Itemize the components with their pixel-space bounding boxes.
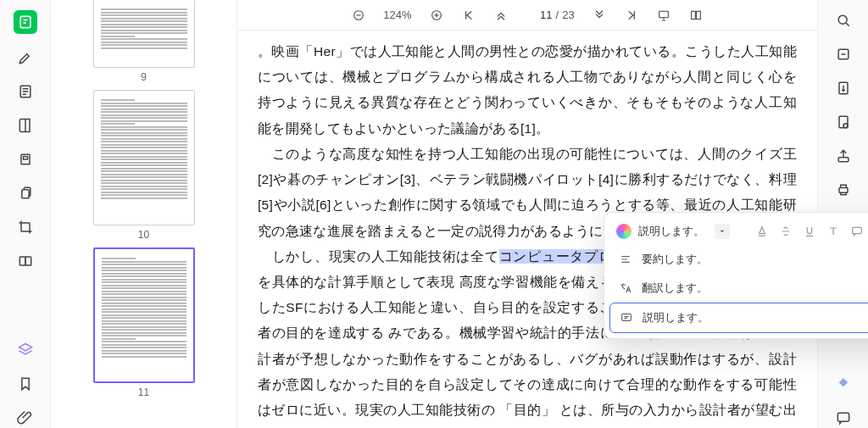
paragraph: 。映画「Her」では人工知能と人間の男性との恋愛が描かれている。こうした人工知能… (258, 39, 797, 142)
thumb-label: 9 (93, 71, 195, 83)
app-logo-icon[interactable] (14, 10, 37, 34)
copy-icon[interactable] (15, 183, 36, 203)
ocr-icon[interactable] (833, 44, 854, 64)
app-root: 9 10 11 124% / 23 (0, 0, 868, 428)
svg-rect-10 (691, 11, 695, 19)
explain-icon (619, 310, 634, 325)
convert-icon[interactable] (833, 78, 854, 98)
book-icon[interactable] (15, 115, 36, 136)
note-icon[interactable] (15, 81, 36, 102)
popup-header: 説明します。 (609, 218, 868, 245)
thumbnail-10[interactable]: 10 (93, 90, 195, 241)
attachment-icon[interactable] (15, 408, 36, 428)
underline-icon[interactable] (801, 223, 818, 240)
page-indicator: / 23 (526, 8, 575, 21)
zoom-level[interactable]: 124% (383, 8, 411, 21)
translate-icon (618, 281, 633, 296)
text-color-icon[interactable] (754, 223, 771, 240)
summarize-icon (618, 252, 633, 267)
popup-title: 説明します。 (638, 224, 704, 239)
svg-rect-23 (838, 158, 849, 162)
bookmark-icon[interactable] (15, 374, 36, 394)
thumbnail-11[interactable]: 11 (93, 247, 195, 398)
svg-rect-3 (23, 157, 27, 159)
presentation-icon[interactable] (656, 8, 671, 23)
svg-rect-9 (659, 11, 668, 17)
chat-icon[interactable] (833, 408, 854, 428)
highlighter-icon[interactable] (15, 47, 36, 68)
menu-label: 翻訳します。 (642, 281, 708, 296)
stamp-icon[interactable] (15, 149, 36, 170)
svg-rect-4 (21, 190, 28, 198)
left-toolbar (0, 0, 51, 428)
reading-mode-icon[interactable] (688, 8, 704, 23)
thumbnail-9[interactable]: 9 (93, 0, 195, 83)
menu-label: 説明します。 (643, 310, 709, 325)
svg-rect-29 (837, 413, 849, 421)
svg-rect-6 (25, 257, 31, 265)
layers-icon[interactable] (15, 340, 36, 360)
svg-rect-24 (839, 188, 848, 193)
first-page-icon[interactable] (461, 8, 476, 23)
ai-logo-icon (616, 224, 632, 239)
zoom-out-icon[interactable] (351, 8, 366, 23)
thumbnail-panel: 9 10 11 (51, 0, 237, 428)
ai-context-menu: 説明します。 要約します。 翻訳します。 (604, 212, 868, 339)
svg-rect-11 (696, 11, 700, 19)
menu-item-explain[interactable]: 説明します。 (609, 303, 868, 333)
last-page-icon[interactable] (624, 8, 639, 23)
page-total: 23 (562, 8, 574, 21)
ai-assistant-icon[interactable] (833, 374, 854, 394)
crop-icon[interactable] (15, 217, 36, 237)
print-icon[interactable] (833, 180, 854, 200)
text-icon[interactable] (825, 223, 842, 240)
share-icon[interactable] (833, 146, 854, 166)
svg-point-18 (838, 15, 847, 24)
document-main: 124% / 23 。映画「Her」では人工知能と人間の男性との恋愛が描かれてい… (237, 0, 817, 428)
search-icon[interactable] (833, 10, 854, 31)
svg-rect-12 (853, 227, 862, 233)
menu-label: 要約します。 (642, 252, 708, 267)
merge-icon[interactable] (15, 251, 36, 271)
svg-rect-5 (19, 257, 25, 265)
page-separator: / (556, 8, 559, 21)
zoom-in-icon[interactable] (429, 8, 444, 23)
page-input[interactable] (526, 8, 553, 21)
prev-page-icon[interactable] (493, 8, 509, 23)
next-page-icon[interactable] (592, 8, 607, 23)
svg-point-22 (843, 124, 848, 128)
top-toolbar: 124% / 23 (237, 0, 817, 31)
svg-rect-17 (622, 314, 632, 320)
comment-icon[interactable] (849, 223, 865, 240)
strikethrough-icon[interactable] (777, 223, 794, 240)
dropdown-icon[interactable] (715, 224, 730, 239)
menu-item-translate[interactable]: 翻訳します。 (609, 274, 868, 303)
thumb-label: 11 (93, 386, 195, 398)
thumb-label: 10 (93, 229, 195, 241)
menu-item-summarize[interactable]: 要約します。 (609, 245, 868, 274)
export-pdf-icon[interactable] (833, 112, 854, 132)
